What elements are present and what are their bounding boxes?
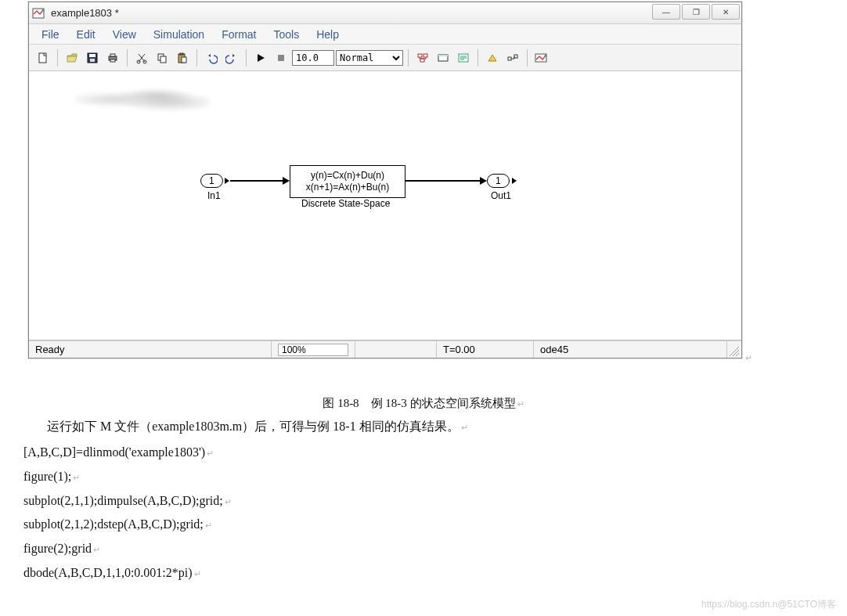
simulink-icon[interactable]	[532, 49, 551, 67]
separator	[196, 49, 197, 67]
svg-point-26	[545, 54, 547, 56]
code-line: figure(2);grid↵	[23, 538, 847, 560]
separator	[527, 49, 528, 67]
new-button[interactable]	[34, 49, 52, 67]
svg-rect-24	[514, 55, 517, 58]
svg-rect-12	[160, 56, 166, 63]
svg-rect-21	[438, 55, 448, 56]
menu-help[interactable]: Help	[308, 26, 347, 43]
discrete-state-space-block[interactable]: y(n)=Cx(n)+Du(n) x(n+1)=Ax(n)+Bu(n)	[290, 165, 405, 198]
stop-button[interactable]	[272, 49, 290, 67]
code-line: [A,B,C,D]=dlinmod('example1803')↵	[23, 441, 847, 464]
code-line: subplot(2,1,1);dimpulse(A,B,C,D);grid;↵	[23, 490, 847, 513]
return-mark: ↵	[745, 353, 752, 362]
smudge-artifact	[76, 85, 209, 113]
model-config-button[interactable]	[454, 49, 473, 67]
svg-rect-15	[182, 57, 186, 63]
status-time: T=0.00	[437, 341, 534, 358]
maximize-button[interactable]: ❐	[682, 4, 710, 20]
svg-rect-18	[424, 54, 427, 57]
library-browser-button[interactable]	[413, 49, 432, 67]
menu-format[interactable]: Format	[214, 26, 264, 43]
save-button[interactable]	[83, 49, 102, 67]
window-title: example1803 *	[51, 7, 119, 19]
menu-simulation[interactable]: Simulation	[146, 26, 212, 43]
svg-point-1	[42, 9, 45, 11]
stop-time-input[interactable]	[292, 50, 334, 66]
model-explorer-button[interactable]	[434, 49, 452, 67]
update-diagram-button[interactable]	[503, 49, 522, 67]
code-line: dbode(A,B,C,D,1,1,0:0.001:2*pi)↵	[23, 562, 847, 585]
separator	[478, 49, 478, 67]
status-solver: ode45	[534, 341, 727, 358]
block-label: Discrete State-Space	[301, 198, 390, 209]
menu-file[interactable]: File	[34, 26, 67, 43]
outport-block[interactable]: 1	[487, 174, 510, 188]
menubar: File Edit View Simulation Format Tools H…	[29, 24, 741, 45]
resize-grip-icon[interactable]	[727, 341, 741, 358]
menu-tools[interactable]: Tools	[266, 26, 308, 43]
svg-rect-4	[89, 54, 96, 57]
inport-label: In1	[207, 190, 221, 201]
code-line: figure(1);↵	[23, 466, 847, 488]
statusbar: Ready T=0.00 ode45	[29, 340, 741, 358]
toolbar: Normal	[29, 45, 741, 71]
build-button[interactable]	[483, 49, 502, 67]
arrow-head-icon	[480, 177, 487, 185]
arrow-head-icon	[283, 177, 290, 185]
menu-view[interactable]: View	[105, 26, 144, 43]
svg-rect-23	[508, 57, 511, 60]
paste-button[interactable]	[173, 49, 192, 67]
code-line: subplot(2,1,2);dstep(A,B,C,D);grid;↵	[23, 513, 847, 536]
start-button[interactable]	[251, 49, 270, 67]
block-eq2: x(n+1)=Ax(n)+Bu(n)	[297, 182, 398, 193]
close-button[interactable]: ✕	[712, 4, 740, 20]
outport-label: Out1	[491, 190, 511, 201]
svg-rect-2	[39, 53, 46, 63]
svg-rect-17	[418, 54, 422, 57]
app-icon	[32, 6, 46, 20]
status-blank	[355, 341, 437, 358]
undo-button[interactable]	[202, 49, 221, 67]
separator	[246, 49, 247, 67]
separator	[408, 49, 409, 67]
svg-rect-16	[278, 55, 284, 61]
block-eq1: y(n)=Cx(n)+Du(n)	[297, 170, 398, 182]
inport-arrow-icon	[225, 178, 229, 184]
figure-caption: 图 18-8 例 18-3 的状态空间系统模型↵	[0, 396, 847, 411]
signal-line[interactable]	[230, 180, 283, 182]
outport-num: 1	[496, 175, 501, 186]
svg-rect-19	[420, 59, 424, 62]
outport-arrow-icon	[512, 178, 517, 184]
redo-button[interactable]	[222, 49, 241, 67]
inport-block[interactable]: 1	[200, 174, 223, 188]
status-ready: Ready	[29, 341, 272, 358]
model-canvas[interactable]: 1 In1 y(n)=Cx(n)+Du(n) x(n+1)=Ax(n)+Bu(n…	[29, 71, 741, 340]
minimize-button[interactable]: —	[652, 4, 680, 20]
svg-rect-5	[90, 59, 95, 62]
menu-edit[interactable]: Edit	[69, 26, 103, 43]
print-button[interactable]	[103, 49, 122, 67]
copy-button[interactable]	[153, 49, 171, 67]
cut-button[interactable]	[132, 49, 151, 67]
svg-rect-8	[110, 59, 115, 62]
watermark: https://blog.csdn.n@51CTO博客	[701, 598, 836, 611]
simulink-window: example1803 * — ❐ ✕ File Edit View Simul…	[28, 2, 742, 358]
svg-rect-7	[110, 54, 115, 56]
open-button[interactable]	[63, 49, 81, 67]
simulation-mode-select[interactable]: Normal	[336, 50, 403, 66]
separator	[127, 49, 128, 67]
window-controls: — ❐ ✕	[651, 4, 740, 20]
signal-line[interactable]	[405, 180, 481, 182]
separator	[57, 49, 58, 67]
zoom-input[interactable]	[278, 344, 348, 356]
titlebar: example1803 * — ❐ ✕	[29, 2, 741, 24]
body-paragraph: 运行如下 M 文件（example1803m.m）后，可得与例 18-1 相同的…	[47, 419, 847, 435]
svg-rect-14	[180, 53, 183, 55]
inport-num: 1	[209, 175, 214, 186]
